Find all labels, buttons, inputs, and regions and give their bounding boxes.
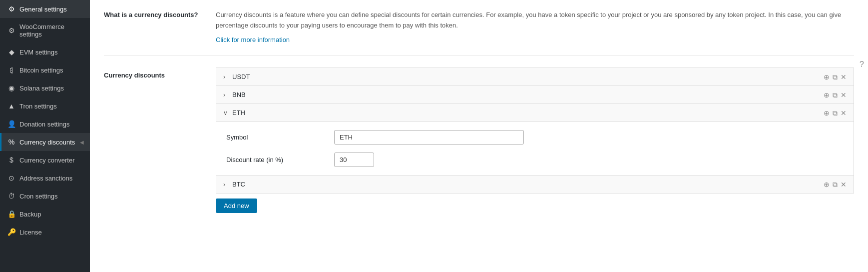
nav-label-bitcoin-settings: Bitcoin settings [19,66,84,74]
info-section: What is a currency discounts? Currency d… [104,10,854,56]
symbol-row: Symbol [226,130,844,144]
nav-icon-general-settings: ⚙ [7,5,15,13]
add-new-button[interactable]: Add new [216,198,257,213]
nav-label-woocommerce-settings: WooCommerce settings [19,23,84,38]
discounts-content: › USDT ⊕ ⧉ ✕ › BNB ⊕ ⧉ ✕ ∨ [216,68,854,213]
nav-icon-cron-settings: ⏱ [7,192,15,200]
nav-label-address-sanctions: Address sanctions [19,174,84,182]
sidebar-item-address-sanctions[interactable]: ⊙ Address sanctions [0,169,90,187]
currency-header-usdt[interactable]: › USDT ⊕ ⧉ ✕ [216,68,854,86]
sidebar-item-evm-settings[interactable]: ◆ EVM settings [0,43,90,61]
currency-actions-bnb: ⊕ ⧉ ✕ [824,92,847,98]
info-label: What is a currency discounts? [104,10,204,45]
expand-icon-btc: › [223,181,229,188]
discount-input-wrapper [334,152,374,167]
nav-icon-backup: 🔒 [7,210,15,218]
currency-actions-eth: ⊕ ⧉ ✕ [824,110,847,116]
nav-icon-donation-settings: 👤 [7,120,15,128]
add-icon-usdt[interactable]: ⊕ [824,74,830,80]
sidebar-item-currency-discounts[interactable]: % Currency discounts ◀ [0,133,90,151]
nav-icon-woocommerce-settings: ⚙ [7,26,15,34]
expand-icon-bnb: › [223,92,229,98]
copy-icon-bnb[interactable]: ⧉ [833,92,838,98]
currency-name-btc: BTC [232,180,245,188]
info-link[interactable]: Click for more information [216,36,290,44]
add-icon-eth[interactable]: ⊕ [824,110,830,116]
currency-name-bnb: BNB [232,91,246,98]
symbol-label: Symbol [226,134,326,141]
currency-item-bnb: › BNB ⊕ ⧉ ✕ [216,86,854,104]
currency-header-bnb[interactable]: › BNB ⊕ ⧉ ✕ [216,86,854,104]
add-icon-bnb[interactable]: ⊕ [824,92,830,98]
collapse-icon-eth: ∨ [223,110,229,116]
sidebar-item-solana-settings[interactable]: ◉ Solana settings [0,79,90,97]
nav-label-donation-settings: Donation settings [19,120,84,128]
add-icon-btc[interactable]: ⊕ [824,181,830,188]
currency-item-usdt: › USDT ⊕ ⧉ ✕ [216,68,854,86]
nav-icon-bitcoin-settings: ₿ [7,66,15,74]
currency-actions-usdt: ⊕ ⧉ ✕ [824,74,847,80]
nav-label-tron-settings: Tron settings [19,102,84,110]
nav-icon-solana-settings: ◉ [7,84,15,92]
discounts-label: Currency discounts [104,68,204,213]
sidebar-item-tron-settings[interactable]: ▲ Tron settings [0,97,90,115]
sidebar-item-license[interactable]: 🔑 License [0,223,90,241]
currency-item-eth: ∨ ETH ⊕ ⧉ ✕ Symbol Discount rate (in %) [216,104,854,176]
copy-icon-eth[interactable]: ⧉ [833,110,838,116]
sidebar: ⚙ General settings ⚙ WooCommerce setting… [0,0,90,272]
currency-name-usdt: USDT [232,73,250,80]
sidebar-item-donation-settings[interactable]: 👤 Donation settings [0,115,90,133]
nav-label-cron-settings: Cron settings [19,192,84,200]
delete-icon-btc[interactable]: ✕ [841,181,847,188]
collapse-arrow: ◀ [80,140,84,145]
currency-list: › USDT ⊕ ⧉ ✕ › BNB ⊕ ⧉ ✕ ∨ [216,68,854,194]
discounts-section: Currency discounts › USDT ⊕ ⧉ ✕ › BNB ⊕ … [104,68,854,213]
nav-icon-currency-discounts: % [7,138,15,146]
nav-label-solana-settings: Solana settings [19,84,84,92]
info-content: Currency discounts is a feature where yo… [216,10,854,45]
nav-icon-tron-settings: ▲ [7,102,15,110]
delete-icon-usdt[interactable]: ✕ [841,74,847,80]
discount-row: Discount rate (in %) [226,152,844,167]
sidebar-item-cron-settings[interactable]: ⏱ Cron settings [0,187,90,205]
nav-icon-evm-settings: ◆ [7,48,15,56]
nav-icon-currency-converter: $ [7,156,15,164]
sidebar-item-woocommerce-settings[interactable]: ⚙ WooCommerce settings [0,18,90,43]
delete-icon-bnb[interactable]: ✕ [841,92,847,98]
currency-header-eth[interactable]: ∨ ETH ⊕ ⧉ ✕ [216,104,854,122]
info-text: Currency discounts is a feature where yo… [216,10,854,31]
main-content: What is a currency discounts? Currency d… [90,0,868,272]
symbol-input[interactable] [334,130,524,144]
currency-name-eth: ETH [232,109,245,116]
nav-label-license: License [19,228,84,236]
nav-icon-license: 🔑 [7,228,15,236]
currency-body-eth: Symbol Discount rate (in %) [216,122,854,175]
nav-label-currency-converter: Currency converter [19,156,84,164]
currency-actions-btc: ⊕ ⧉ ✕ [824,181,847,188]
sidebar-item-general-settings[interactable]: ⚙ General settings [0,0,90,18]
sidebar-item-backup[interactable]: 🔒 Backup [0,205,90,223]
sidebar-item-currency-converter[interactable]: $ Currency converter [0,151,90,169]
discount-rate-input[interactable] [334,152,374,167]
nav-label-evm-settings: EVM settings [19,48,84,56]
currency-header-btc[interactable]: › BTC ⊕ ⧉ ✕ [216,176,854,193]
symbol-input-wrapper [334,130,524,144]
copy-icon-btc[interactable]: ⧉ [833,181,838,188]
help-icon[interactable]: ? [860,60,864,69]
currency-item-btc: › BTC ⊕ ⧉ ✕ [216,176,854,194]
nav-label-currency-discounts: Currency discounts [19,138,76,146]
nav-label-backup: Backup [19,210,84,218]
discount-label: Discount rate (in %) [226,156,326,164]
delete-icon-eth[interactable]: ✕ [841,110,847,116]
sidebar-item-bitcoin-settings[interactable]: ₿ Bitcoin settings [0,61,90,79]
nav-label-general-settings: General settings [19,6,84,13]
copy-icon-usdt[interactable]: ⧉ [833,74,838,80]
nav-icon-address-sanctions: ⊙ [7,174,15,182]
expand-icon-usdt: › [223,74,229,80]
